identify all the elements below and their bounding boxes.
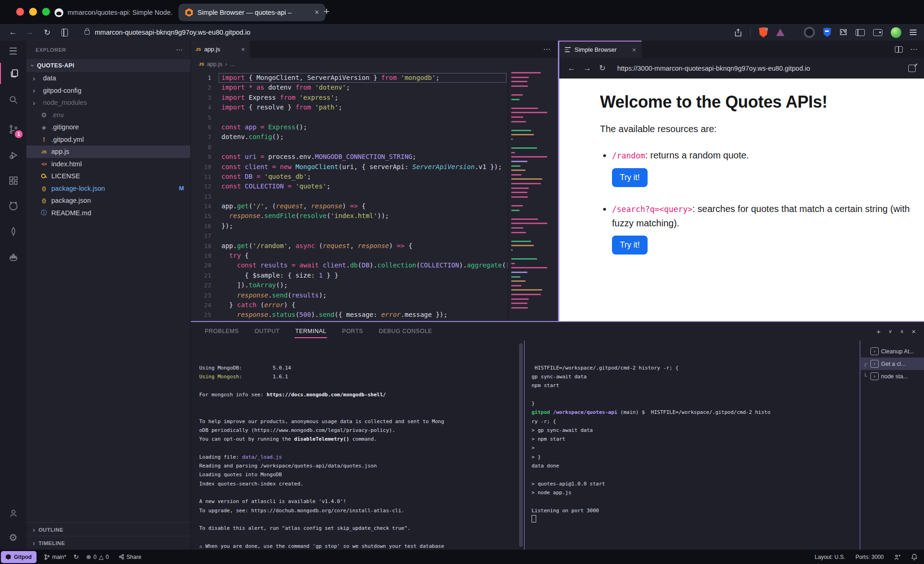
code-line-23[interactable]: 23 response.send(results); xyxy=(191,291,508,300)
code-line-19[interactable]: 19 try { xyxy=(191,251,508,261)
code-line-3[interactable]: 3import Express from 'express'; xyxy=(191,93,508,103)
back-icon[interactable]: ← xyxy=(568,64,575,73)
close-window-button[interactable] xyxy=(16,8,24,16)
terminal-right[interactable]: HISTFILE=/workspace/.gitpod/cmd-2 histor… xyxy=(525,340,860,550)
try-it-button-1[interactable]: Try it! xyxy=(612,236,648,255)
activity-mongodb[interactable] xyxy=(0,221,26,242)
account-button[interactable] xyxy=(0,503,26,524)
activity-github[interactable] xyxy=(0,195,26,217)
tree-item-node_modules[interactable]: ›node_modules xyxy=(26,97,190,109)
code-line-21[interactable]: 21 { $sample: { size: 1 } } xyxy=(191,271,508,280)
task-item[interactable]: ┌›Get a cl... xyxy=(861,358,924,370)
new-tab-button[interactable]: + xyxy=(324,6,330,18)
code-line-9[interactable]: 9const uri = process.env.MONGODB_CONNECT… xyxy=(191,152,508,162)
tree-item-.gitpod.yml[interactable]: !.gitpod.yml xyxy=(26,133,190,146)
settings-button[interactable]: ⚙ xyxy=(0,527,26,548)
try-it-button-0[interactable]: Try it! xyxy=(612,168,648,187)
breadcrumb[interactable]: JS app.js › … xyxy=(191,58,558,70)
gitpod-status-item[interactable]: Gitpod xyxy=(1,551,37,563)
extensions-puzzle-icon[interactable] xyxy=(839,29,847,36)
panel-tab-problems[interactable]: PROBLEMS xyxy=(205,326,239,336)
tree-item-README.md[interactable]: ⓘREADME.md xyxy=(26,207,190,219)
tree-item-.gitignore[interactable]: ◈.gitignore xyxy=(26,121,190,133)
feedback-icon[interactable] xyxy=(894,554,901,560)
more-actions-icon[interactable]: ⋯ xyxy=(910,45,918,54)
close-tab-icon[interactable]: × xyxy=(241,46,245,53)
simple-browser-tab[interactable]: Simple Browser × xyxy=(559,41,642,58)
workspace-root-folder[interactable]: › QUOTES-API xyxy=(26,59,190,72)
tree-item-app.js[interactable]: JSapp.js xyxy=(26,146,190,158)
task-item[interactable]: └›node sta... xyxy=(861,370,924,382)
code-line-7[interactable]: 7dotenv.config(); xyxy=(191,132,508,142)
code-line-18[interactable]: 18app.get('/random', async (request, res… xyxy=(191,241,508,251)
terminal-dropdown-icon[interactable]: ∨ xyxy=(888,328,892,334)
new-terminal-icon[interactable]: + xyxy=(876,327,881,335)
forward-button[interactable]: → xyxy=(22,24,37,41)
panel-tab-debug-console[interactable]: DEBUG CONSOLE xyxy=(379,326,432,336)
profile-avatar[interactable] xyxy=(891,27,901,38)
code-line-11[interactable]: 11const DB = 'quotes_db'; xyxy=(191,172,508,182)
wallet-icon[interactable] xyxy=(873,29,882,36)
code-line-15[interactable]: 15 response.sendFile(resolve('index.html… xyxy=(191,211,508,221)
adblock-extension-icon[interactable] xyxy=(823,28,831,37)
layout-status-item[interactable]: Layout: U.S. xyxy=(815,554,845,560)
activity-search[interactable] xyxy=(0,89,26,110)
browser-tab-github[interactable]: mmarcon/quotes-api: Simple Node. xyxy=(48,4,182,21)
code-line-20[interactable]: 20 const results = await client.db(DB).c… xyxy=(191,261,508,270)
close-tab-icon[interactable]: × xyxy=(315,8,319,17)
activity-run-debug[interactable] xyxy=(0,145,26,166)
reload-icon[interactable]: ↻ xyxy=(599,63,606,73)
minimap[interactable] xyxy=(508,70,550,321)
branch-status-item[interactable]: main* xyxy=(44,554,67,560)
panel-tab-terminal[interactable]: TERMINAL xyxy=(295,326,326,336)
explorer-more-actions[interactable]: ⋯ xyxy=(176,46,183,54)
back-button[interactable]: ← xyxy=(6,24,20,41)
editor-tab-appjs[interactable]: JS app.js × xyxy=(191,41,250,58)
code-line-17[interactable]: 17 xyxy=(191,231,508,241)
code-editor[interactable]: 1import { MongoClient, ServerApiVersion … xyxy=(191,70,508,321)
code-line-24[interactable]: 24 } catch (error) { xyxy=(191,300,508,310)
outline-section[interactable]: › OUTLINE xyxy=(26,522,190,536)
share-icon[interactable] xyxy=(734,29,742,36)
reader-mode-button[interactable] xyxy=(57,24,72,41)
tree-item-gitpod-config[interactable]: ›gitpod-config xyxy=(26,85,190,97)
terminal-left[interactable]: Using MongoDB: 5.0.14Using Mongosh: 1.6.… xyxy=(191,340,525,550)
timeline-section[interactable]: › TIMELINE xyxy=(26,536,190,550)
sync-status-item[interactable]: ↻ xyxy=(73,553,79,560)
minimize-window-button[interactable] xyxy=(29,8,37,16)
ports-status-item[interactable]: Ports: 3000 xyxy=(856,554,884,560)
reload-button[interactable]: ↻ xyxy=(40,24,55,41)
terminal-scrollbar[interactable] xyxy=(519,343,523,547)
activity-source-control[interactable]: 1 xyxy=(0,119,26,140)
share-status-item[interactable]: Share xyxy=(118,554,141,560)
brave-rewards-icon[interactable] xyxy=(776,29,784,36)
panel-tab-ports[interactable]: PORTS xyxy=(342,326,363,336)
menu-button[interactable]: ☰ xyxy=(0,41,26,62)
close-tab-icon[interactable]: × xyxy=(632,46,636,54)
code-line-22[interactable]: 22 ]).toArray(); xyxy=(191,280,508,290)
code-line-1[interactable]: 1import { MongoClient, ServerApiVersion … xyxy=(191,73,508,83)
browser-menu-icon[interactable] xyxy=(910,30,917,35)
tree-item-.env[interactable]: ⚙.env xyxy=(26,109,190,121)
code-line-8[interactable]: 8 xyxy=(191,142,508,152)
open-external-icon[interactable] xyxy=(908,65,916,72)
code-line-14[interactable]: 14app.get('/', (request, response) => { xyxy=(191,201,508,211)
extension-ring-icon[interactable] xyxy=(804,27,815,38)
code-line-12[interactable]: 12const COLLECTION = 'quotes'; xyxy=(191,182,508,191)
problems-status-item[interactable]: ⊗ 0 △ 0 xyxy=(86,553,109,560)
code-line-25[interactable]: 25 response.status(500).send({ message: … xyxy=(191,310,508,320)
forward-icon[interactable]: → xyxy=(583,64,591,73)
code-line-4[interactable]: 4import { resolve } from 'path'; xyxy=(191,103,508,112)
activity-docker[interactable] xyxy=(0,247,26,268)
sidebar-toggle-icon[interactable] xyxy=(856,29,865,36)
brave-shield-icon[interactable]: 1 xyxy=(759,27,768,37)
code-line-10[interactable]: 10const client = new MongoClient(uri, { … xyxy=(191,162,508,172)
notifications-bell-icon[interactable] xyxy=(911,553,918,560)
maximize-panel-icon[interactable]: ∧ xyxy=(900,328,904,334)
code-line-2[interactable]: 2import * as dotenv from 'dotenv'; xyxy=(191,83,508,92)
code-line-5[interactable]: 5 xyxy=(191,113,508,122)
address-bar[interactable]: mmarcon-quotesapi-bknqn9g97oy.ws-eu80.gi… xyxy=(95,24,251,41)
editor-more-actions[interactable]: ⋯ xyxy=(543,41,551,58)
activity-explorer[interactable] xyxy=(0,63,27,84)
panel-tab-output[interactable]: OUTPUT xyxy=(254,326,279,336)
